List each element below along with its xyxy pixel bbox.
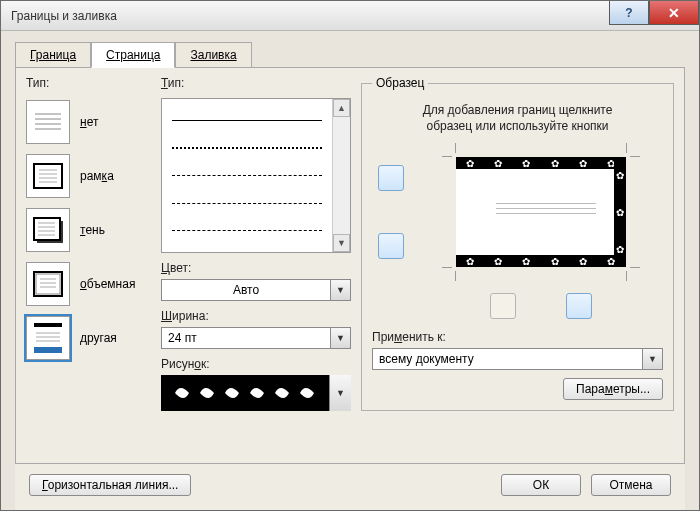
window-title: Границы и заливка (1, 9, 117, 23)
color-row: Цвет: Авто ▼ (161, 261, 351, 301)
ok-button[interactable]: ОК (501, 474, 581, 496)
preview-border-top: ✿✿✿✿✿✿ (456, 157, 626, 169)
scroll-up-icon[interactable]: ▲ (333, 99, 350, 117)
art-combo[interactable]: ▼ (161, 375, 351, 411)
tick (455, 271, 456, 281)
setting-box-label: рамка (80, 169, 114, 183)
apply-to-row: Применить к: всему документу ▼ (372, 330, 663, 370)
art-row: Рисунок: ▼ (161, 357, 351, 411)
svg-rect-10 (34, 218, 60, 240)
setting-none-icon (26, 100, 70, 144)
help-button[interactable]: ? (609, 1, 649, 25)
setting-column: Тип: нет рамка (26, 76, 151, 453)
preview-legend: Образец (372, 76, 428, 90)
setting-box-icon (26, 154, 70, 198)
linestyle-label: Тип: (161, 76, 351, 90)
svg-rect-4 (34, 164, 62, 188)
color-value: Авто (162, 280, 330, 300)
svg-rect-20 (34, 323, 62, 327)
tick (626, 271, 627, 281)
setting-custom-icon (26, 316, 70, 360)
dialog-body: Граница Страница Заливка Тип: нет (1, 31, 699, 510)
linestyle-solid[interactable] (172, 120, 322, 121)
cancel-button[interactable]: Отмена (591, 474, 671, 496)
scroll-track[interactable] (333, 117, 350, 234)
horizontal-edge-buttons (418, 288, 663, 324)
preview-border-bottom: ✿✿✿✿✿✿ (456, 255, 626, 267)
tab-panel-page: Тип: нет рамка (15, 67, 685, 464)
setting-3d[interactable]: объемная (26, 262, 151, 306)
linestyle-dash-short[interactable] (172, 175, 322, 176)
setting-label: Тип: (26, 76, 151, 90)
setting-3d-label: объемная (80, 277, 135, 291)
toggle-top-border[interactable] (378, 165, 404, 191)
tick (630, 156, 640, 157)
preview-page-lines (496, 203, 596, 218)
dialog-footer: Горизонтальная линия... ОК Отмена (15, 464, 685, 510)
setting-custom-label: другая (80, 331, 117, 345)
apply-to-label: Применить к: (372, 330, 663, 344)
toggle-bottom-border[interactable] (378, 233, 404, 259)
preview-column: Образец Для добавления границ щелкните о… (361, 76, 674, 453)
toggle-left-border[interactable] (490, 293, 516, 319)
art-pattern-preview (161, 375, 329, 411)
linestyle-scrollbar[interactable]: ▲ ▼ (332, 99, 350, 252)
tick (455, 143, 456, 153)
titlebar: Границы и заливка ? ✕ (1, 1, 699, 31)
style-column: Тип: ▲ ▼ Цвет: (161, 76, 351, 453)
linestyle-list[interactable]: ▲ ▼ (161, 98, 351, 253)
horizontal-line-button[interactable]: Горизонтальная линия... (29, 474, 191, 496)
linestyle-items (162, 99, 332, 252)
tick (630, 267, 640, 268)
setting-none[interactable]: нет (26, 100, 151, 144)
art-label: Рисунок: (161, 357, 351, 371)
width-combo[interactable]: 24 пт ▼ (161, 327, 351, 349)
setting-shadow[interactable]: тень (26, 208, 151, 252)
setting-list: нет рамка тень (26, 100, 151, 360)
setting-3d-icon (26, 262, 70, 306)
page-preview[interactable]: ✿✿✿✿✿✿ ✿✿✿ ✿✿✿✿✿✿ (418, 144, 663, 280)
tab-strip: Граница Страница Заливка (15, 41, 685, 67)
svg-rect-28 (52, 347, 56, 353)
color-combo[interactable]: Авто ▼ (161, 279, 351, 301)
preview-grid: ✿✿✿✿✿✿ ✿✿✿ ✿✿✿✿✿✿ (372, 144, 663, 324)
tab-fill[interactable]: Заливка (175, 42, 251, 68)
chevron-down-icon[interactable]: ▼ (642, 349, 662, 369)
svg-rect-15 (34, 272, 62, 296)
tick (442, 267, 452, 268)
preview-page: ✿✿✿✿✿✿ ✿✿✿ ✿✿✿✿✿✿ (456, 157, 626, 267)
linestyle-dash-long[interactable] (172, 203, 322, 204)
apply-to-combo[interactable]: всему документу ▼ (372, 348, 663, 370)
chevron-down-icon[interactable]: ▼ (330, 328, 350, 348)
scroll-down-icon[interactable]: ▼ (333, 234, 350, 252)
options-button[interactable]: Параметры... (563, 378, 663, 400)
tick (442, 156, 452, 157)
params-row: Параметры... (372, 378, 663, 400)
close-button[interactable]: ✕ (649, 1, 699, 25)
tick (626, 143, 627, 153)
svg-rect-27 (44, 347, 48, 353)
setting-shadow-icon (26, 208, 70, 252)
width-label: Ширина: (161, 309, 351, 323)
width-row: Ширина: 24 пт ▼ (161, 309, 351, 349)
color-label: Цвет: (161, 261, 351, 275)
setting-box[interactable]: рамка (26, 154, 151, 198)
preview-fieldset: Образец Для добавления границ щелкните о… (361, 76, 674, 411)
titlebar-buttons: ? ✕ (609, 1, 699, 25)
tab-border[interactable]: Граница (15, 42, 91, 68)
setting-custom[interactable]: другая (26, 316, 151, 360)
width-value: 24 пт (162, 328, 330, 348)
linestyle-dotted[interactable] (172, 147, 322, 149)
preview-hint: Для добавления границ щелкните образец и… (372, 102, 663, 134)
linestyle-dashdot[interactable] (172, 230, 322, 231)
apply-to-value: всему документу (373, 349, 642, 369)
setting-none-label: нет (80, 115, 98, 129)
borders-shading-dialog: Границы и заливка ? ✕ Граница Страница З… (0, 0, 700, 511)
toggle-right-border[interactable] (566, 293, 592, 319)
preview-border-right: ✿✿✿ (614, 157, 626, 267)
chevron-down-icon[interactable]: ▼ (329, 375, 351, 411)
chevron-down-icon[interactable]: ▼ (330, 280, 350, 300)
svg-rect-26 (36, 347, 40, 353)
tab-page[interactable]: Страница (91, 42, 175, 68)
setting-shadow-label: тень (80, 223, 105, 237)
